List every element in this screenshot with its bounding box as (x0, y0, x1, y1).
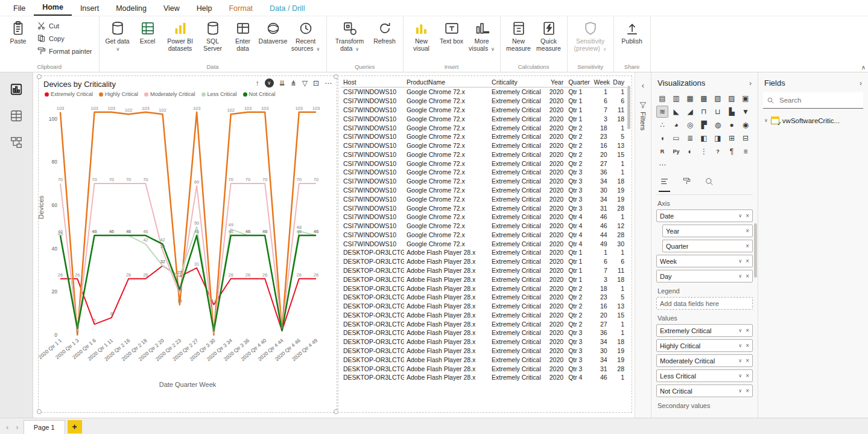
table-row[interactable]: CSI7WINDOWS10Google Chrome 72.xExtremely… (341, 212, 627, 222)
table-row[interactable]: CSI7WINDOWS10Google Chrome 72.xExtremely… (341, 150, 627, 159)
visual-icon-filled-map[interactable]: ● (726, 119, 738, 131)
filters-pane-toggle[interactable]: Filters (639, 101, 647, 130)
expand-all-icon[interactable]: ⋔ (291, 80, 297, 87)
visual-icon-more-visuals-options[interactable]: ⋯ (656, 159, 668, 171)
visual-icon-paginated-report[interactable]: ≡ (740, 145, 752, 158)
chevron-down-icon[interactable]: ∨ (738, 373, 742, 378)
remove-field-icon[interactable]: × (746, 258, 749, 264)
chevron-down-icon[interactable]: ∨ (738, 258, 742, 264)
drill-mode-icon[interactable]: ∨ (265, 78, 274, 88)
ribbon-tab-view[interactable]: View (155, 2, 188, 16)
table-row[interactable]: DESKTOP-OR3LCTGAdobe Flash Player 28.xEx… (341, 257, 627, 266)
visual-icon-funnel-chart[interactable]: ▼ (740, 106, 752, 118)
new-visual-button[interactable]: New visual (407, 19, 436, 54)
visual-icon-100-stacked-bar-chart[interactable]: ▧ (712, 92, 724, 104)
ribbon-tab-format[interactable]: Format (220, 2, 261, 16)
quick-measure-button[interactable]: Quick measure (534, 19, 563, 54)
table-visual[interactable]: HostProductNameCriticalityYearQuarterWee… (338, 75, 632, 413)
table-row[interactable]: DESKTOP-OR3LCTGAdobe Flash Player 28.xEx… (341, 355, 627, 364)
visual-icon-smart-narrative[interactable]: ¶ (726, 145, 738, 158)
filters-icon[interactable]: ▽ (302, 80, 308, 87)
copy-button[interactable]: Copy (34, 33, 95, 44)
visual-icon-area-chart[interactable]: ◣ (670, 106, 682, 118)
table-row[interactable]: CSI7WINDOWS10Google Chrome 72.xExtremely… (341, 194, 627, 203)
table-row[interactable]: DESKTOP-OR3LCTGAdobe Flash Player 28.xEx… (341, 248, 627, 257)
drill-up-icon[interactable]: ↑ (256, 80, 259, 87)
remove-field-icon[interactable]: × (746, 357, 749, 364)
remove-field-icon[interactable]: × (746, 212, 749, 219)
visual-icon-clustered-bar-chart[interactable]: ▦ (684, 92, 696, 104)
visual-icon-gauge[interactable]: ◖ (656, 132, 668, 144)
visual-icon-map[interactable]: ◍ (712, 119, 724, 131)
new-page-button[interactable]: + (68, 420, 82, 433)
visual-icon-decomposition-tree[interactable]: ⋮ (698, 145, 710, 158)
visual-icon-python-visual[interactable]: Py (670, 145, 682, 158)
next-page-icon[interactable]: › (13, 423, 21, 432)
visual-icon-clustered-column-chart[interactable]: ▩ (698, 92, 710, 104)
table-row[interactable]: DESKTOP-OR3LCTGAdobe Flash Player 28.xEx… (341, 373, 627, 382)
visual-icon-slicer[interactable]: ◨ (712, 132, 724, 144)
collapse-ribbon-icon[interactable]: ∧ (861, 64, 866, 71)
visual-icon-r-script-visual[interactable]: R (656, 145, 668, 158)
dataset-item[interactable]: ∨ ✓ vwSoftwareCritic... (763, 115, 863, 126)
visual-icon-100-stacked-column-chart[interactable]: ▨ (726, 92, 738, 104)
visual-icon-line-and-stacked-column-chart[interactable]: ⊓ (698, 106, 710, 118)
table-row[interactable]: CSI7WINDOWS10Google Chrome 72.xExtremely… (341, 114, 627, 123)
chevron-down-icon[interactable]: ∨ (738, 273, 742, 279)
remove-field-icon[interactable]: × (746, 243, 749, 249)
table-row[interactable]: CSI7WINDOWS10Google Chrome 72.xExtremely… (341, 231, 627, 240)
table-row[interactable]: DESKTOP-OR3LCTGAdobe Flash Player 28.xEx… (341, 328, 627, 337)
tab-format[interactable] (681, 176, 692, 192)
table-row[interactable]: DESKTOP-OR3LCTGAdobe Flash Player 28.xEx… (341, 275, 627, 284)
column-header-host[interactable]: Host (341, 77, 404, 88)
ribbon-tab-data-drill[interactable]: Data / Drill (261, 2, 313, 16)
collapse-fields-icon[interactable]: › (860, 79, 862, 88)
field-pill-not-critical[interactable]: Not Critical∨× (656, 385, 753, 397)
remove-field-icon[interactable]: × (746, 273, 749, 279)
report-view-button[interactable] (8, 81, 25, 98)
remove-field-icon[interactable]: × (746, 228, 749, 234)
column-header-quarter[interactable]: Quarter (566, 77, 591, 88)
chevron-down-icon[interactable]: ∨ (738, 213, 742, 219)
column-header-week[interactable]: Week (591, 77, 609, 88)
table-row[interactable]: DESKTOP-OR3LCTGAdobe Flash Player 28.xEx… (341, 302, 627, 311)
table-row[interactable]: DESKTOP-OR3LCTGAdobe Flash Player 28.xEx… (341, 266, 627, 275)
table-row[interactable]: CSI7WINDOWS10Google Chrome 72.xExtremely… (341, 222, 627, 231)
report-canvas[interactable]: ↑ ∨ ⇊ ⋔ ▽ ⊡ ⋯ Devices by Criticality Ext… (33, 72, 635, 418)
more-visuals-button[interactable]: More visuals ∨ (467, 19, 496, 54)
ribbon-tab-help[interactable]: Help (188, 2, 221, 16)
enter-data-button[interactable]: Enter data (229, 19, 258, 54)
visual-icon-stacked-bar-chart[interactable]: ▤ (656, 92, 668, 104)
tab-analytics[interactable] (703, 176, 715, 192)
data-view-button[interactable] (8, 107, 25, 124)
visual-icon-stacked-area-chart[interactable]: ◢ (684, 106, 696, 118)
field-pill-date[interactable]: Date∨× (656, 209, 753, 222)
format-painter-button[interactable]: Format painter (34, 45, 95, 57)
table-row[interactable]: DESKTOP-OR3LCTGAdobe Flash Player 28.xEx… (341, 284, 627, 293)
model-view-button[interactable] (8, 134, 25, 151)
text-box-button[interactable]: Text box (437, 19, 466, 47)
remove-field-icon[interactable]: × (746, 342, 749, 349)
table-row[interactable]: CSI7WINDOWS10Google Chrome 72.xExtremely… (341, 168, 627, 177)
visual-icon-line-and-clustered-column-chart[interactable]: ⊔ (712, 106, 724, 118)
visual-icon-card[interactable]: ▭ (670, 132, 682, 144)
ribbon-tab-file[interactable]: File (5, 2, 34, 16)
ribbon-tab-insert[interactable]: Insert (72, 2, 107, 16)
visual-icon-line-chart[interactable]: ≋ (656, 106, 668, 118)
page-tab[interactable]: Page 1 (24, 420, 65, 434)
previous-page-icon[interactable]: ‹ (4, 423, 11, 432)
get-data-button[interactable]: Get data ∨ (103, 19, 132, 54)
column-header-year[interactable]: Year (545, 77, 566, 88)
resize-handle[interactable] (37, 409, 42, 414)
table-row[interactable]: CSI7WINDOWS10Google Chrome 72.xExtremely… (341, 203, 627, 212)
visual-icon-kpi[interactable]: ◧ (698, 132, 710, 144)
table-row[interactable]: CSI7WINDOWS10Google Chrome 72.xExtremely… (341, 141, 627, 150)
visual-icon-shape-map[interactable]: ◉ (740, 119, 752, 131)
publish-button[interactable]: Publish (618, 19, 647, 47)
recent-sources-button[interactable]: Recent sources ∨ (289, 19, 323, 54)
resize-handle[interactable] (37, 74, 42, 79)
legend-well-placeholder[interactable]: Add data fields here (656, 297, 753, 310)
line-chart-visual[interactable]: ↑ ∨ ⇊ ⋔ ▽ ⊡ ⋯ Devices by Criticality Ext… (38, 75, 337, 413)
visual-icon-stacked-column-chart[interactable]: ▥ (670, 92, 682, 104)
transform-data-button[interactable]: Transform data ∨ (331, 19, 369, 54)
